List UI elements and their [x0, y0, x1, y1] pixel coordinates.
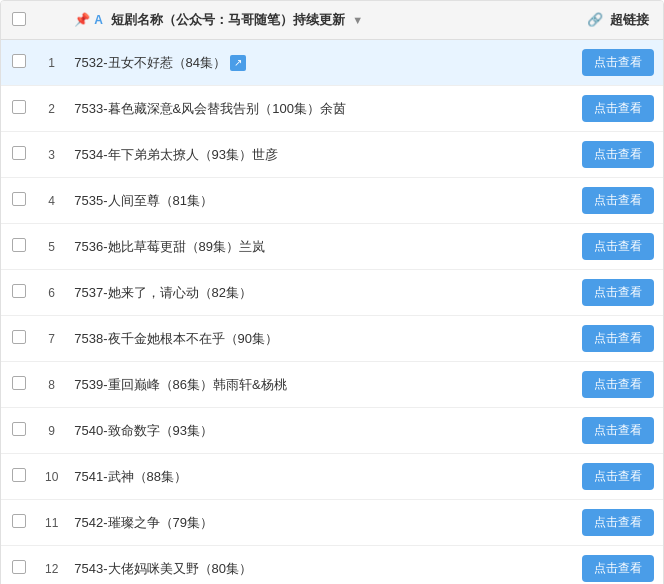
view-button[interactable]: 点击查看: [582, 325, 654, 352]
row-link-cell: 点击查看: [573, 500, 663, 546]
row-link-cell: 点击查看: [573, 408, 663, 454]
row-checkbox-cell: [1, 178, 37, 224]
filter-icon[interactable]: ▼: [352, 14, 363, 26]
data-table: 📌 A 短剧名称（公众号：马哥随笔）持续更新 ▼ 🔗 超链接 17532-丑女不…: [1, 1, 663, 584]
view-button[interactable]: 点击查看: [582, 141, 654, 168]
row-checkbox-cell: [1, 362, 37, 408]
view-button[interactable]: 点击查看: [582, 463, 654, 490]
row-checkbox-cell: [1, 40, 37, 86]
row-title: 7539-重回巅峰（86集）韩雨轩&杨桃: [66, 362, 573, 408]
row-link-cell: 点击查看: [573, 316, 663, 362]
row-checkbox-cell: [1, 408, 37, 454]
row-link-cell: 点击查看: [573, 86, 663, 132]
row-title: 7535-人间至尊（81集）: [66, 178, 573, 224]
row-checkbox[interactable]: [12, 376, 26, 390]
view-button[interactable]: 点击查看: [582, 417, 654, 444]
row-checkbox[interactable]: [12, 192, 26, 206]
table-row: 87539-重回巅峰（86集）韩雨轩&杨桃点击查看: [1, 362, 663, 408]
table-header-row: 📌 A 短剧名称（公众号：马哥随笔）持续更新 ▼ 🔗 超链接: [1, 1, 663, 40]
row-title: 7540-致命数字（93集）: [66, 408, 573, 454]
row-link-cell: 点击查看: [573, 362, 663, 408]
table-row: 127543-大佬妈咪美又野（80集）点击查看: [1, 546, 663, 585]
row-title: 7537-她来了，请心动（82集）: [66, 270, 573, 316]
row-title: 7532-丑女不好惹（84集）↗: [66, 40, 573, 86]
table-row: 77538-夜千金她根本不在乎（90集）点击查看: [1, 316, 663, 362]
link-column-header: 超链接: [610, 12, 649, 27]
row-number: 5: [37, 224, 66, 270]
table-row: 107541-武神（88集）点击查看: [1, 454, 663, 500]
row-number: 7: [37, 316, 66, 362]
header-num-cell: [37, 1, 66, 40]
row-title: 7533-暮色藏深意&风会替我告别（100集）余茵: [66, 86, 573, 132]
view-button[interactable]: 点击查看: [582, 95, 654, 122]
row-number: 3: [37, 132, 66, 178]
row-number: 11: [37, 500, 66, 546]
row-link-cell: 点击查看: [573, 546, 663, 585]
row-checkbox-cell: [1, 316, 37, 362]
row-link-cell: 点击查看: [573, 40, 663, 86]
link-chain-icon: 🔗: [587, 12, 603, 27]
table-row: 117542-璀璨之争（79集）点击查看: [1, 500, 663, 546]
view-button[interactable]: 点击查看: [582, 279, 654, 306]
table-body: 17532-丑女不好惹（84集）↗点击查看27533-暮色藏深意&风会替我告别（…: [1, 40, 663, 585]
row-number: 1: [37, 40, 66, 86]
external-link-icon[interactable]: ↗: [230, 55, 246, 71]
row-checkbox[interactable]: [12, 514, 26, 528]
view-button[interactable]: 点击查看: [582, 509, 654, 536]
table-row: 97540-致命数字（93集）点击查看: [1, 408, 663, 454]
row-number: 6: [37, 270, 66, 316]
row-checkbox-cell: [1, 270, 37, 316]
row-number: 8: [37, 362, 66, 408]
table-row: 27533-暮色藏深意&风会替我告别（100集）余茵点击查看: [1, 86, 663, 132]
main-table-container: 📌 A 短剧名称（公众号：马哥随笔）持续更新 ▼ 🔗 超链接 17532-丑女不…: [0, 0, 664, 584]
row-checkbox-cell: [1, 86, 37, 132]
row-checkbox[interactable]: [12, 330, 26, 344]
row-checkbox[interactable]: [12, 468, 26, 482]
row-checkbox[interactable]: [12, 146, 26, 160]
row-title: 7534-年下弟弟太撩人（93集）世彦: [66, 132, 573, 178]
pin-icon: 📌: [74, 12, 90, 27]
view-button[interactable]: 点击查看: [582, 555, 654, 582]
row-checkbox[interactable]: [12, 100, 26, 114]
row-number: 12: [37, 546, 66, 585]
header-title-cell: 📌 A 短剧名称（公众号：马哥随笔）持续更新 ▼: [66, 1, 573, 40]
table-row: 67537-她来了，请心动（82集）点击查看: [1, 270, 663, 316]
row-checkbox[interactable]: [12, 238, 26, 252]
row-title: 7536-她比草莓更甜（89集）兰岚: [66, 224, 573, 270]
row-checkbox-cell: [1, 132, 37, 178]
row-checkbox[interactable]: [12, 560, 26, 574]
view-button[interactable]: 点击查看: [582, 49, 654, 76]
text-icon: A: [94, 13, 103, 27]
table-row: 37534-年下弟弟太撩人（93集）世彦点击查看: [1, 132, 663, 178]
row-link-cell: 点击查看: [573, 132, 663, 178]
table-row: 57536-她比草莓更甜（89集）兰岚点击查看: [1, 224, 663, 270]
row-title: 7538-夜千金她根本不在乎（90集）: [66, 316, 573, 362]
row-link-cell: 点击查看: [573, 178, 663, 224]
view-button[interactable]: 点击查看: [582, 371, 654, 398]
row-number: 4: [37, 178, 66, 224]
row-title: 7543-大佬妈咪美又野（80集）: [66, 546, 573, 585]
row-link-cell: 点击查看: [573, 224, 663, 270]
row-checkbox[interactable]: [12, 284, 26, 298]
table-row: 17532-丑女不好惹（84集）↗点击查看: [1, 40, 663, 86]
row-title: 7542-璀璨之争（79集）: [66, 500, 573, 546]
row-link-cell: 点击查看: [573, 270, 663, 316]
row-checkbox-cell: [1, 546, 37, 585]
header-checkbox-cell: [1, 1, 37, 40]
title-column-header: 短剧名称（公众号：马哥随笔）持续更新: [111, 12, 345, 27]
header-link-cell: 🔗 超链接: [573, 1, 663, 40]
row-link-cell: 点击查看: [573, 454, 663, 500]
view-button[interactable]: 点击查看: [582, 187, 654, 214]
row-checkbox[interactable]: [12, 54, 26, 68]
row-checkbox[interactable]: [12, 422, 26, 436]
view-button[interactable]: 点击查看: [582, 233, 654, 260]
row-checkbox-cell: [1, 500, 37, 546]
header-checkbox[interactable]: [12, 12, 26, 26]
row-checkbox-cell: [1, 454, 37, 500]
row-number: 2: [37, 86, 66, 132]
table-row: 47535-人间至尊（81集）点击查看: [1, 178, 663, 224]
row-title: 7541-武神（88集）: [66, 454, 573, 500]
row-number: 9: [37, 408, 66, 454]
row-checkbox-cell: [1, 224, 37, 270]
row-number: 10: [37, 454, 66, 500]
